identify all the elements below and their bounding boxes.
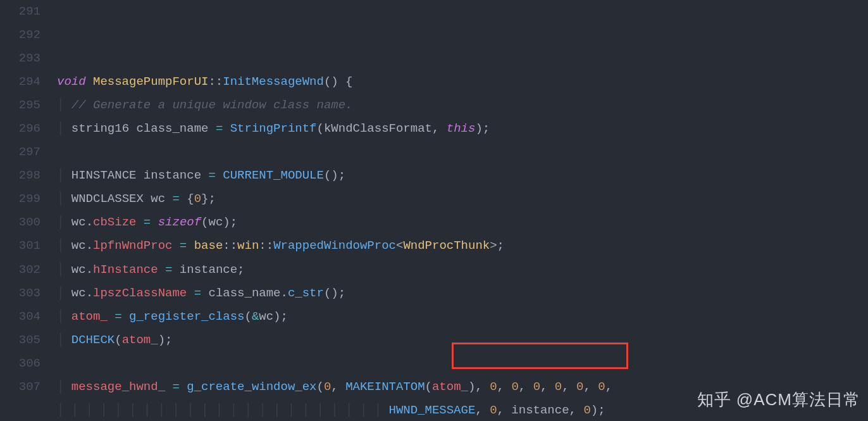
code-token: 0 [324,380,331,394]
line-number: 307 [0,375,40,399]
line-number: 302 [0,258,40,282]
code-token: sizeof [158,215,201,229]
code-token [201,168,208,182]
code-token: 0 [555,380,562,394]
code-token: ); [475,122,490,135]
code-token: MAKEINTATOM [345,380,425,394]
code-content[interactable]: void MessagePumpForUI::InitMessageWnd() … [57,0,868,421]
code-token [216,168,223,182]
code-token: ); [223,215,237,229]
code-token: // Generate a unique window class name. [71,98,353,112]
code-line[interactable]: │ DCHECK(atom_); [57,329,868,352]
code-token: HWND_MESSAGE [389,403,476,417]
line-number: 304 [0,305,40,329]
code-token: = [194,286,201,300]
code-token: . [86,215,93,229]
code-token: void [57,75,86,89]
code-token: 0 [576,380,583,394]
indent-guide: │ [57,380,71,394]
code-token [144,192,151,206]
code-token: { [338,75,353,89]
code-token: , [540,380,555,394]
indent-guide: │ [57,98,71,112]
code-line[interactable] [57,141,868,164]
code-token [158,263,165,277]
code-token: (); [324,286,345,300]
line-number: 291 [0,0,40,23]
code-token [136,215,143,229]
code-token [165,380,172,394]
code-token: >; [490,239,504,253]
code-token: DCHECK [71,333,115,347]
code-token: ( [317,122,324,135]
code-token: 0 [598,380,605,394]
indent-guide: │ [57,215,71,229]
code-token: ( [317,380,324,394]
code-token: wc [209,215,223,229]
code-token [172,239,179,253]
code-token: ( [201,215,208,229]
code-line[interactable]: │ WNDCLASSEX wc = {0}; [57,187,868,211]
line-number: 297 [0,141,40,164]
code-token: atom_ [432,380,468,394]
code-token: , [497,380,512,394]
line-number: 295 [0,94,40,117]
code-token: , [331,380,345,394]
code-token: c_str [288,286,324,300]
indent-guide: │ [57,122,71,135]
code-line[interactable]: │ wc.lpfnWndProc = base::win::WrappedWin… [57,234,868,258]
code-token: base [194,239,223,253]
code-token: { [180,192,194,206]
indent-guide: │ [57,333,71,347]
code-token: . [86,286,93,300]
code-line[interactable]: │ wc.lpszClassName = class_name.c_str(); [57,282,868,305]
code-token [129,122,136,135]
code-token [151,215,158,229]
code-token [165,192,172,206]
line-number: 298 [0,164,40,187]
code-token: hInstance [93,263,158,277]
code-token: , [475,403,490,417]
code-token: , [562,380,576,394]
code-token: cbSize [93,215,136,229]
code-line[interactable]: │ string16 class_name = StringPrintf(kWn… [57,117,868,141]
watermark-text: 知乎 @ACM算法日常 [697,384,860,416]
code-line[interactable]: void MessagePumpForUI::InitMessageWnd() … [57,70,868,94]
indent-guide: │ [57,286,71,300]
code-token: , [432,122,447,135]
code-token: :: [259,239,273,253]
code-line[interactable]: │ wc.cbSize = sizeof(wc); [57,211,868,234]
code-line[interactable]: │ HINSTANCE instance = CURRENT_MODULE(); [57,164,868,187]
code-token: ); [158,333,173,347]
code-token: . [86,239,93,253]
code-token: win [237,239,259,253]
code-token: class_name [136,122,208,135]
code-token: atom_ [71,310,108,324]
code-token: 0 [490,380,497,394]
line-number: 299 [0,187,40,211]
code-token: = [172,380,179,394]
code-line[interactable]: │ // Generate a unique window class name… [57,94,868,117]
code-editor[interactable]: 2912922932942952962972982993003013023033… [0,0,868,421]
code-line[interactable] [57,352,868,375]
indent-guide: │ [57,310,71,324]
code-token: wc [151,192,165,206]
code-line[interactable]: │ atom_ = g_register_class(&wc); [57,305,868,329]
code-token: class_name. [201,286,288,300]
code-token: InitMessageWnd [223,75,324,89]
code-token: . [86,263,93,277]
line-number: 301 [0,234,40,258]
indent-guide: │ │ │ │ │ │ │ │ │ │ │ │ │ │ │ │ │ │ │ │ … [57,403,389,417]
code-token: WndProcThunk [403,239,490,253]
code-token: HINSTANCE [71,168,137,182]
code-token: ( [115,333,121,347]
code-token: = [216,122,223,135]
code-token: 0 [533,380,540,394]
code-token: () [324,75,338,89]
code-token [86,75,93,89]
code-token: ); [591,403,605,417]
indent-guide: │ [57,168,71,182]
code-token [223,122,230,135]
code-line[interactable]: │ wc.hInstance = instance; [57,258,868,282]
code-token: 0 [194,192,201,206]
